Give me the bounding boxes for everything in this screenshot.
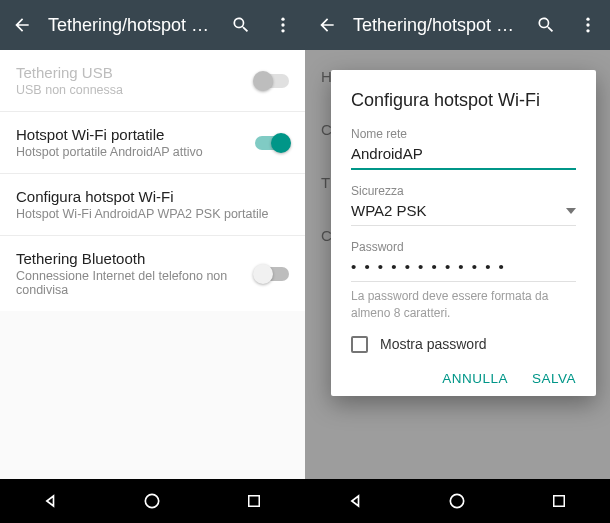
svg-point-0 xyxy=(281,18,284,21)
nav-recent-icon[interactable] xyxy=(243,490,265,512)
network-name-field[interactable]: Nome rete AndroidAP xyxy=(351,127,576,170)
item-subtitle: USB non connessa xyxy=(16,83,255,97)
network-name-input[interactable]: AndroidAP xyxy=(351,145,576,170)
password-field[interactable]: Password • • • • • • • • • • • • La pass… xyxy=(351,240,576,322)
password-input[interactable]: • • • • • • • • • • • • xyxy=(351,258,576,282)
save-button[interactable]: SALVA xyxy=(532,371,576,386)
svg-point-1 xyxy=(281,23,284,26)
nav-back-icon[interactable] xyxy=(345,490,367,512)
item-subtitle: Hotspot portatile AndroidAP attivo xyxy=(16,145,255,159)
svg-point-7 xyxy=(586,29,589,32)
svg-point-3 xyxy=(146,494,159,507)
appbar-title: Tethering/hotspot p... xyxy=(339,15,534,36)
back-icon[interactable] xyxy=(315,13,339,37)
configure-hotspot-dialog: Configura hotspot Wi-Fi Nome rete Androi… xyxy=(331,70,596,396)
overflow-menu-icon[interactable] xyxy=(271,13,295,37)
svg-point-2 xyxy=(281,29,284,32)
settings-screen: Tethering/hotspot p... Tethering USB USB… xyxy=(0,0,305,523)
svg-rect-9 xyxy=(554,496,565,507)
navigation-bar xyxy=(305,479,610,523)
show-password-label: Mostra password xyxy=(380,336,487,352)
security-dropdown[interactable]: WPA2 PSK xyxy=(351,202,576,226)
app-bar: Tethering/hotspot p... xyxy=(305,0,610,50)
field-label: Nome rete xyxy=(351,127,576,141)
dialog-screen: Tethering/hotspot p... H C T C Configura… xyxy=(305,0,610,523)
settings-list: Tethering USB USB non connessa Hotspot W… xyxy=(0,50,305,311)
usb-toggle xyxy=(255,74,289,88)
back-icon[interactable] xyxy=(10,13,34,37)
field-label: Password xyxy=(351,240,576,254)
tethering-bluetooth-item[interactable]: Tethering Bluetooth Connessione Internet… xyxy=(0,236,305,311)
search-icon[interactable] xyxy=(229,13,253,37)
item-subtitle: Hotspot Wi-Fi AndroidAP WPA2 PSK portati… xyxy=(16,207,289,221)
svg-point-6 xyxy=(586,23,589,26)
show-password-checkbox[interactable] xyxy=(351,336,368,353)
item-subtitle: Connessione Internet del telefono non co… xyxy=(16,269,255,297)
nav-back-icon[interactable] xyxy=(40,490,62,512)
bluetooth-toggle[interactable] xyxy=(255,267,289,281)
tethering-usb-item: Tethering USB USB non connessa xyxy=(0,50,305,112)
overflow-menu-icon[interactable] xyxy=(576,13,600,37)
dialog-title: Configura hotspot Wi-Fi xyxy=(351,90,576,111)
security-value: WPA2 PSK xyxy=(351,202,427,219)
password-helper-text: La password deve essere formata da almen… xyxy=(351,288,576,322)
svg-point-5 xyxy=(586,18,589,21)
field-label: Sicurezza xyxy=(351,184,576,198)
appbar-title: Tethering/hotspot p... xyxy=(34,15,229,36)
navigation-bar xyxy=(0,479,305,523)
item-title: Hotspot Wi-Fi portatile xyxy=(16,126,255,143)
show-password-row[interactable]: Mostra password xyxy=(351,336,576,353)
hotspot-wifi-item[interactable]: Hotspot Wi-Fi portatile Hotspot portatil… xyxy=(0,112,305,174)
svg-point-8 xyxy=(451,494,464,507)
nav-home-icon[interactable] xyxy=(141,490,163,512)
item-title: Configura hotspot Wi-Fi xyxy=(16,188,289,205)
security-field[interactable]: Sicurezza WPA2 PSK xyxy=(351,184,576,226)
search-icon[interactable] xyxy=(534,13,558,37)
cancel-button[interactable]: ANNULLA xyxy=(442,371,508,386)
svg-rect-4 xyxy=(249,496,260,507)
item-title: Tethering USB xyxy=(16,64,255,81)
chevron-down-icon xyxy=(566,208,576,214)
nav-home-icon[interactable] xyxy=(446,490,468,512)
item-title: Tethering Bluetooth xyxy=(16,250,255,267)
configure-hotspot-item[interactable]: Configura hotspot Wi-Fi Hotspot Wi-Fi An… xyxy=(0,174,305,236)
app-bar: Tethering/hotspot p... xyxy=(0,0,305,50)
wifi-hotspot-toggle[interactable] xyxy=(255,136,289,150)
nav-recent-icon[interactable] xyxy=(548,490,570,512)
